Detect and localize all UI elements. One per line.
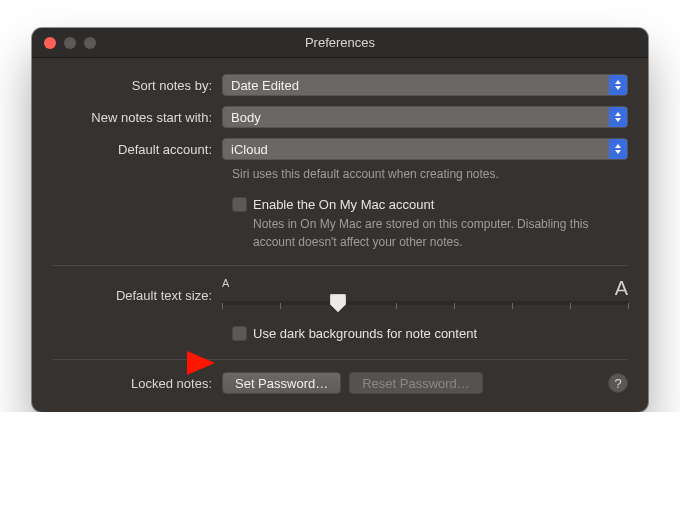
new-notes-label: New notes start with: xyxy=(52,110,222,125)
new-notes-select[interactable]: Body xyxy=(222,106,628,128)
locked-notes-label: Locked notes: xyxy=(52,376,222,391)
reset-password-button: Reset Password… xyxy=(349,372,483,394)
new-notes-value: Body xyxy=(231,110,261,125)
slider-thumb[interactable] xyxy=(330,294,346,312)
set-password-button[interactable]: Set Password… xyxy=(222,372,341,394)
sort-notes-label: Sort notes by: xyxy=(52,78,222,93)
default-account-hint-row: Siri uses this default account when crea… xyxy=(52,166,628,183)
up-down-arrows-icon xyxy=(609,139,627,159)
divider xyxy=(52,265,628,266)
enable-on-my-mac-checkbox[interactable] xyxy=(232,197,247,212)
default-account-hint: Siri uses this default account when crea… xyxy=(232,166,499,183)
text-size-row: Default text size: A A xyxy=(52,278,628,312)
enable-on-my-mac-label: Enable the On My Mac account xyxy=(253,197,434,212)
dark-backgrounds-row: Use dark backgrounds for note content xyxy=(52,326,628,341)
up-down-arrows-icon xyxy=(609,107,627,127)
dark-backgrounds-checkbox[interactable] xyxy=(232,326,247,341)
up-down-arrows-icon xyxy=(609,75,627,95)
text-size-slider[interactable] xyxy=(222,301,628,305)
text-size-small-icon: A xyxy=(222,278,229,298)
help-button[interactable]: ? xyxy=(608,373,628,393)
divider xyxy=(52,359,628,360)
sort-notes-row: Sort notes by: Date Edited xyxy=(52,74,628,96)
text-size-legend: A A xyxy=(222,278,628,298)
enable-on-my-mac-hint: Notes in On My Mac are stored on this co… xyxy=(232,216,628,251)
enable-on-my-mac-row: Enable the On My Mac account Notes in On… xyxy=(52,197,628,251)
default-account-row: Default account: iCloud xyxy=(52,138,628,160)
default-account-label: Default account: xyxy=(52,142,222,157)
new-notes-row: New notes start with: Body xyxy=(52,106,628,128)
dark-backgrounds-label: Use dark backgrounds for note content xyxy=(253,326,477,341)
sort-notes-select[interactable]: Date Edited xyxy=(222,74,628,96)
locked-notes-row: Locked notes: Set Password… Reset Passwo… xyxy=(52,372,628,394)
titlebar: Preferences xyxy=(32,28,648,58)
sort-notes-value: Date Edited xyxy=(231,78,299,93)
window-title: Preferences xyxy=(32,35,648,50)
default-account-select[interactable]: iCloud xyxy=(222,138,628,160)
text-size-large-icon: A xyxy=(615,278,628,298)
preferences-window: Preferences Sort notes by: Date Edited N… xyxy=(32,28,648,412)
text-size-label: Default text size: xyxy=(52,288,222,303)
content: Sort notes by: Date Edited New notes sta… xyxy=(32,58,648,412)
default-account-value: iCloud xyxy=(231,142,268,157)
